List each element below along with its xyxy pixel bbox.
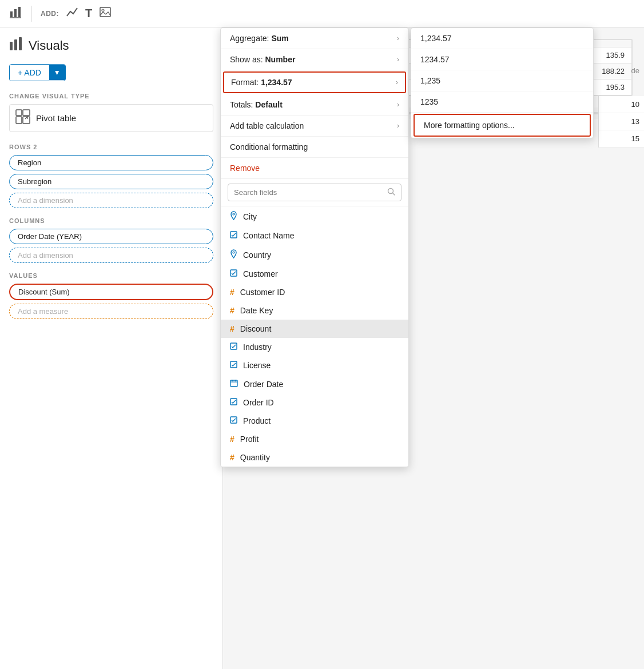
- svg-rect-4: [100, 7, 110, 17]
- text-icon[interactable]: T: [85, 7, 92, 20]
- right-num-row: 10: [599, 96, 644, 113]
- menu-item-remove[interactable]: Remove: [221, 158, 408, 179]
- row-field-subregion[interactable]: Subregion: [9, 174, 213, 189]
- svg-rect-11: [16, 117, 22, 124]
- more-formatting-options-button[interactable]: More formatting options...: [414, 114, 591, 137]
- pivot-icon: [15, 109, 30, 127]
- svg-rect-18: [230, 270, 237, 276]
- format-option-1235[interactable]: 1,235: [411, 70, 593, 91]
- svg-rect-0: [10, 11, 13, 17]
- field-list-item-order-date[interactable]: Order Date: [221, 375, 408, 393]
- field-list-item-discount[interactable]: # Discount: [221, 320, 408, 338]
- menu-item-conditional-formatting[interactable]: Conditional formatting: [221, 137, 408, 158]
- field-list-item-customer[interactable]: Customer: [221, 265, 408, 283]
- hash-icon: #: [230, 435, 234, 444]
- format-option-1234-57[interactable]: 1,234.57: [411, 28, 593, 49]
- line-chart-icon[interactable]: [66, 6, 78, 21]
- field-list: City Contact Name Country Customer # Cus…: [221, 206, 408, 467]
- field-name-date-key: Date Key: [240, 306, 273, 315]
- menu-item-aggregate[interactable]: Aggregate: Sum ›: [221, 28, 408, 49]
- format-option-123457[interactable]: 1234.57: [411, 49, 593, 70]
- format-label: Format: 1,234.57: [231, 78, 292, 87]
- format-submenu: 1,234.57 1234.57 1,235 1235 More formatt…: [411, 27, 594, 138]
- svg-point-17: [233, 252, 234, 253]
- svg-point-5: [102, 9, 104, 11]
- field-list-item-quantity[interactable]: # Quantity: [221, 448, 408, 467]
- chevron-icon: ›: [397, 55, 399, 63]
- chevron-icon: ›: [397, 101, 399, 109]
- field-list-item-country[interactable]: Country: [221, 245, 408, 265]
- menu-item-table-calc[interactable]: Add table calculation ›: [221, 116, 408, 137]
- field-name-discount: Discount: [240, 324, 271, 333]
- search-input[interactable]: [234, 188, 383, 197]
- hash-icon: #: [230, 288, 234, 297]
- value-field-discount[interactable]: Discount (Sum): [9, 284, 213, 300]
- field-list-item-customer-id[interactable]: # Customer ID: [221, 283, 408, 301]
- dimension-icon: [230, 269, 237, 278]
- svg-rect-8: [19, 37, 22, 50]
- menu-item-format[interactable]: Format: 1,234.57 ›: [223, 71, 406, 93]
- add-dropdown-button[interactable]: ▼: [49, 65, 65, 80]
- dimension-icon: [230, 343, 237, 352]
- menu-item-show-as[interactable]: Show as: Number ›: [221, 49, 408, 70]
- field-name-license: License: [243, 361, 271, 370]
- field-name-order-date: Order Date: [244, 380, 283, 389]
- visuals-title: Visuals: [29, 38, 69, 53]
- svg-rect-7: [14, 39, 17, 50]
- search-box-container: [221, 179, 408, 206]
- aggregate-label: Aggregate: Sum: [230, 34, 289, 43]
- field-name-order-id: Order ID: [243, 398, 274, 407]
- add-dimension-columns[interactable]: Add a dimension: [9, 248, 213, 263]
- field-list-item-industry[interactable]: Industry: [221, 338, 408, 356]
- field-list-item-date-key[interactable]: # Date Key: [221, 301, 408, 320]
- field-list-item-profit[interactable]: # Profit: [221, 430, 408, 448]
- columns-label: COLUMNS: [9, 217, 213, 224]
- search-box[interactable]: [228, 184, 401, 201]
- change-visual-type-label: CHANGE VISUAL TYPE: [9, 93, 213, 99]
- field-list-item-product[interactable]: Product: [221, 412, 408, 430]
- table-calc-label: Add table calculation: [230, 121, 304, 130]
- pivot-table-label: Pivot table: [36, 113, 76, 123]
- right-num-row: 15: [599, 130, 644, 148]
- field-list-item-contact-name[interactable]: Contact Name: [221, 226, 408, 245]
- svg-point-15: [233, 213, 234, 215]
- svg-line-14: [393, 193, 395, 196]
- field-name-customer: Customer: [243, 269, 278, 278]
- svg-rect-6: [10, 42, 13, 50]
- hash-icon: #: [230, 306, 234, 315]
- hash-icon: #: [230, 453, 234, 462]
- field-name-quantity: Quantity: [240, 453, 270, 462]
- chevron-icon: ›: [397, 122, 399, 130]
- chart-icon[interactable]: [9, 6, 22, 21]
- add-dimension-rows[interactable]: Add a dimension: [9, 193, 213, 208]
- svg-rect-16: [230, 232, 237, 238]
- svg-rect-10: [23, 110, 30, 116]
- add-main-button[interactable]: + ADD: [10, 65, 49, 81]
- row-field-region[interactable]: Region: [9, 155, 213, 170]
- location-icon: [230, 211, 237, 222]
- field-list-item-city[interactable]: City: [221, 206, 408, 226]
- visual-type-selector[interactable]: Pivot table: [9, 104, 213, 132]
- field-list-item-order-id[interactable]: Order ID: [221, 393, 408, 412]
- dimension-icon: [230, 361, 237, 370]
- menu-item-totals[interactable]: Totals: Default ›: [221, 94, 408, 116]
- svg-rect-1: [14, 9, 17, 17]
- add-measure[interactable]: Add a measure: [9, 304, 213, 319]
- values-label: VALUES: [9, 272, 213, 279]
- image-icon[interactable]: [99, 6, 112, 21]
- field-list-item-license[interactable]: License: [221, 356, 408, 375]
- toolbar-add-label: ADD:: [41, 10, 59, 18]
- format-option-1235-plain[interactable]: 1235: [411, 91, 593, 113]
- context-menu: Aggregate: Sum › Show as: Number › Forma…: [220, 27, 409, 467]
- svg-rect-20: [230, 361, 237, 368]
- partial-text-de: de: [631, 66, 639, 75]
- dimension-icon: [230, 398, 237, 407]
- calendar-icon: [230, 379, 238, 389]
- sidebar: Visuals + ADD ▼ CHANGE VISUAL TYPE Pivot…: [0, 27, 223, 669]
- right-num-row: 13: [599, 113, 644, 130]
- field-name-customer-id: Customer ID: [240, 288, 285, 297]
- column-field-order-date[interactable]: Order Date (YEAR): [9, 229, 213, 244]
- field-name-industry: Industry: [243, 343, 272, 352]
- right-numbers-column: 10 13 15: [598, 96, 644, 148]
- add-button-group[interactable]: + ADD ▼: [9, 64, 66, 81]
